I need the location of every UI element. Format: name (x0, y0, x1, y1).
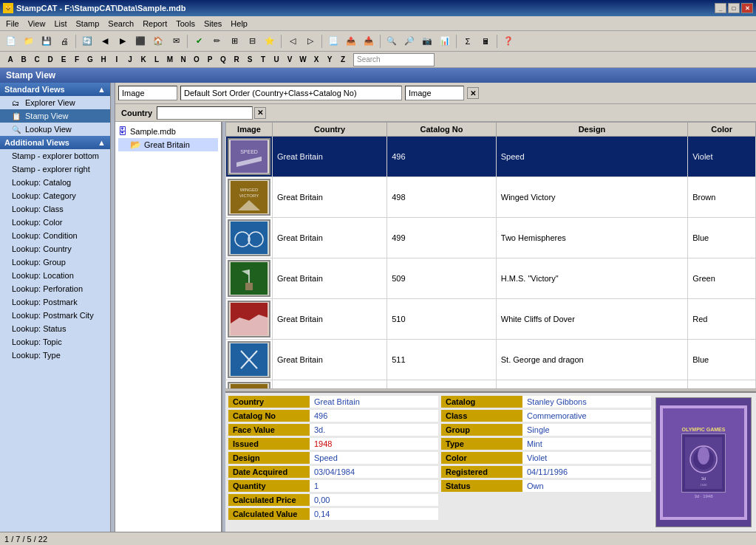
tb-home[interactable]: 🏠 (150, 33, 166, 49)
sidebar-item-stamp[interactable]: 📋 Stamp View (0, 109, 110, 123)
view-close-button[interactable]: ✕ (467, 87, 479, 99)
alpha-K[interactable]: K (137, 54, 149, 66)
alpha-T[interactable]: T (257, 54, 269, 66)
menu-tools[interactable]: Tools (171, 18, 200, 30)
tb-check[interactable]: ✔ (191, 33, 207, 49)
menu-list[interactable]: List (50, 18, 71, 30)
alpha-U[interactable]: U (270, 54, 282, 66)
sidebar-item-lookup-class[interactable]: Lookup: Class (0, 202, 110, 216)
sidebar-item-explorer-right[interactable]: Stamp - explorer right (0, 162, 110, 176)
tb-save[interactable]: 💾 (38, 33, 55, 49)
table-row[interactable]: SPEED Great Britain 496 Speed Violet (226, 137, 756, 177)
country-close-button[interactable]: ✕ (254, 107, 266, 119)
menu-help[interactable]: Help (226, 18, 252, 30)
tb-doc[interactable]: 📃 (325, 33, 341, 49)
tb-forward[interactable]: ▶ (115, 33, 131, 49)
alpha-O[interactable]: O (191, 54, 202, 66)
view-dropdown[interactable]: Image (405, 86, 464, 100)
sidebar-item-lookup-color[interactable]: Lookup: Color (0, 216, 110, 229)
table-row[interactable]: Great Britain 510 White Cliffs of Dover … (226, 299, 756, 340)
alpha-D[interactable]: D (44, 54, 56, 66)
tb-bar[interactable]: 📊 (437, 33, 453, 49)
tb-camera[interactable]: 📷 (419, 33, 435, 49)
alpha-Z[interactable]: Z (337, 54, 349, 66)
alpha-X[interactable]: X (310, 54, 322, 66)
alpha-L[interactable]: L (151, 54, 163, 66)
table-row[interactable]: Great Britain 509 H.M.S. "Victory" Green (226, 258, 756, 299)
alpha-E[interactable]: E (58, 54, 69, 66)
sidebar-item-lookup-location[interactable]: Lookup: Location (0, 269, 110, 282)
tb-left[interactable]: ◁ (285, 33, 301, 49)
country-input[interactable] (157, 106, 253, 120)
tb-zoom-out[interactable]: 🔎 (401, 33, 418, 49)
tb-import[interactable]: 📥 (361, 33, 377, 49)
tree-db-item[interactable]: 🗄 Sample.mdb (118, 125, 218, 138)
tb-table[interactable]: ⊞ (226, 33, 242, 49)
menu-sites[interactable]: Sites (200, 18, 226, 30)
table-row[interactable]: Great Britain 512 Royal Coat of Arms Bro… (226, 380, 756, 389)
sidebar-item-lookup-status[interactable]: Lookup: Status (0, 322, 110, 335)
tb-sum[interactable]: Σ (460, 33, 476, 49)
tb-zoom-in[interactable]: 🔍 (384, 33, 400, 49)
sidebar-item-lookup-catalog[interactable]: Lookup: Catalog (0, 176, 110, 189)
image-dropdown[interactable]: Image (118, 86, 177, 100)
sidebar-item-explorer[interactable]: 🗂 Explorer View (0, 96, 110, 109)
tb-mail[interactable]: ✉ (168, 33, 184, 49)
tree-country-item[interactable]: 📂 Great Britain (118, 138, 218, 151)
alpha-V[interactable]: V (284, 54, 296, 66)
tb-help[interactable]: ❓ (500, 33, 517, 49)
sidebar-item-lookup[interactable]: 🔍 Lookup View (0, 123, 110, 136)
alpha-I[interactable]: I (111, 54, 123, 66)
additional-views-header[interactable]: Additional Views ▲ (0, 136, 110, 149)
table-row[interactable]: Great Britain 511 St. George and dragon … (226, 340, 756, 380)
menu-view[interactable]: View (24, 18, 50, 30)
tb-refresh[interactable]: 🔄 (79, 33, 95, 49)
standard-views-header[interactable]: Standard Views ▲ (0, 83, 110, 96)
sidebar-item-explorer-bottom[interactable]: Stamp - explorer bottom (0, 149, 110, 162)
alpha-M[interactable]: M (164, 54, 176, 66)
alpha-G[interactable]: G (84, 54, 96, 66)
tb-export[interactable]: 📤 (343, 33, 359, 49)
tb-grid[interactable]: ⊟ (244, 33, 260, 49)
table-row[interactable]: Great Britain 499 Two Hemispheres Blue (226, 218, 756, 258)
tb-calc[interactable]: 🖩 (477, 33, 494, 49)
alpha-P[interactable]: P (204, 54, 216, 66)
sort-dropdown[interactable]: Default Sort Order (Country+Class+Catalo… (180, 86, 402, 100)
sidebar-item-lookup-country[interactable]: Lookup: Country (0, 242, 110, 256)
tb-right[interactable]: ▷ (302, 33, 319, 49)
sidebar-item-lookup-perforation[interactable]: Lookup: Perforation (0, 282, 110, 295)
alpha-W[interactable]: W (297, 54, 309, 66)
sidebar-item-lookup-group[interactable]: Lookup: Group (0, 256, 110, 269)
tb-back[interactable]: ◀ (97, 33, 113, 49)
tb-new[interactable]: 📄 (3, 33, 19, 49)
alpha-R[interactable]: R (231, 54, 242, 66)
menu-search[interactable]: Search (103, 18, 138, 30)
menu-stamp[interactable]: Stamp (72, 18, 104, 30)
alpha-A[interactable]: A (4, 54, 16, 66)
alpha-S[interactable]: S (244, 54, 256, 66)
sidebar-item-lookup-category[interactable]: Lookup: Category (0, 189, 110, 202)
alpha-Y[interactable]: Y (324, 54, 336, 66)
alpha-F[interactable]: F (71, 54, 83, 66)
sidebar-item-lookup-condition[interactable]: Lookup: Condition (0, 229, 110, 242)
table-row[interactable]: WINGEDVICTORY Great Britain 498 Winged V… (226, 177, 756, 218)
alpha-N[interactable]: N (177, 54, 189, 66)
alpha-J[interactable]: J (124, 54, 136, 66)
tb-stop[interactable]: ⬛ (132, 33, 149, 49)
sidebar-item-lookup-postmark[interactable]: Lookup: Postmark (0, 295, 110, 309)
minimize-button[interactable]: _ (715, 3, 726, 13)
tb-star[interactable]: ⭐ (262, 33, 278, 49)
sidebar-item-lookup-type[interactable]: Lookup: Type (0, 349, 110, 362)
menu-file[interactable]: File (1, 18, 24, 30)
alpha-Q[interactable]: Q (217, 54, 229, 66)
close-button[interactable]: ✕ (741, 3, 753, 13)
alpha-B[interactable]: B (18, 54, 30, 66)
tb-open[interactable]: 📁 (21, 33, 37, 49)
alpha-H[interactable]: H (98, 54, 109, 66)
alpha-C[interactable]: C (31, 54, 43, 66)
menu-report[interactable]: Report (138, 18, 171, 30)
tb-edit[interactable]: ✏ (208, 33, 225, 49)
maximize-button[interactable]: □ (728, 3, 740, 13)
search-input[interactable]: Search (353, 53, 435, 66)
sidebar-item-lookup-postmark-city[interactable]: Lookup: Postmark City (0, 309, 110, 322)
